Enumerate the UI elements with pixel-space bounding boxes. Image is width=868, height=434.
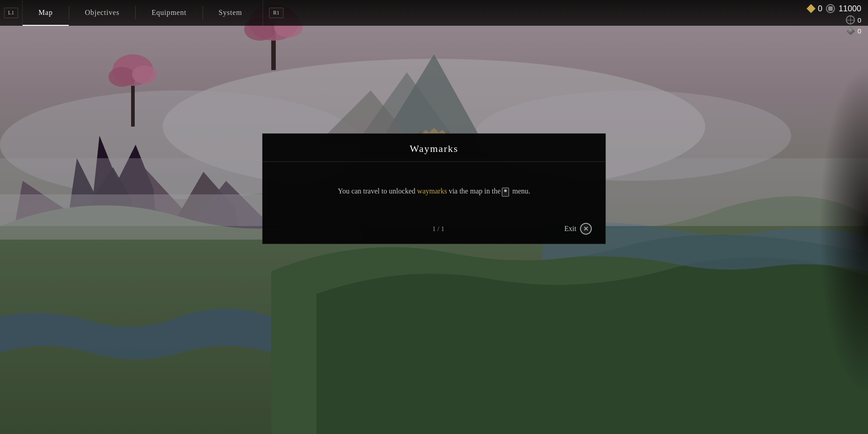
exit-label: Exit [564, 225, 576, 233]
l1-button-label: L1 [4, 8, 18, 18]
r1-button-label: R1 [269, 8, 283, 18]
modal-text-highlight: waymarks [417, 187, 447, 195]
modal-body-text: You can travel to unlocked waymarks via … [338, 185, 530, 197]
left-nav-button[interactable]: L1 [0, 0, 23, 26]
currency-row: 0 11000 [808, 2, 861, 15]
globe-value: 0 [858, 16, 861, 24]
navigation-bar: L1 Map Objectives Equipment System R1 [0, 0, 868, 26]
modal-text-part1: You can travel to unlocked [338, 187, 417, 195]
tab-equipment-label: Equipment [151, 9, 186, 17]
diamond-icon [807, 4, 816, 13]
tab-map[interactable]: Map [23, 0, 69, 26]
stop-icon [828, 6, 833, 11]
hud-stats: 0 11000 0 0 [801, 0, 868, 38]
tab-objectives[interactable]: Objectives [69, 0, 135, 26]
exit-button[interactable]: Exit ✕ [564, 223, 592, 235]
tab-objectives-label: Objectives [85, 9, 119, 17]
stop-icon-circle [826, 4, 835, 13]
gem-icon [847, 27, 855, 35]
tab-equipment[interactable]: Equipment [136, 0, 202, 26]
gem-stat-row: 0 [847, 26, 861, 36]
globe-stat-row: 0 [846, 15, 861, 25]
exit-circle-icon: ✕ [580, 223, 592, 235]
page-indicator: 1 / 1 [312, 225, 564, 233]
page-separator: / [438, 225, 441, 232]
modal-title: Waymarks [276, 143, 592, 155]
stop-value: 11000 [839, 4, 861, 14]
right-nav-button[interactable]: R1 [263, 0, 290, 26]
globe-icon [846, 15, 855, 24]
tab-system[interactable]: System [203, 0, 258, 26]
waymarks-modal: Waymarks You can travel to unlocked waym… [262, 133, 606, 244]
modal-body: You can travel to unlocked waymarks via … [263, 162, 605, 216]
menu-icon [502, 188, 509, 197]
tab-system-label: System [219, 9, 242, 17]
page-current: 1 [432, 225, 436, 232]
exit-x-icon: ✕ [583, 225, 589, 233]
tab-map-label: Map [38, 9, 53, 17]
modal-text-part3: menu. [510, 187, 530, 195]
page-total: 1 [441, 225, 445, 232]
gem-value: 0 [858, 27, 861, 35]
currency-value: 0 [818, 4, 822, 14]
modal-header: Waymarks [263, 134, 605, 162]
modal-footer: 1 / 1 Exit ✕ [263, 216, 605, 244]
modal-text-part2: via the map in the [447, 187, 501, 195]
bottom-stats-group: 0 0 [846, 15, 861, 36]
